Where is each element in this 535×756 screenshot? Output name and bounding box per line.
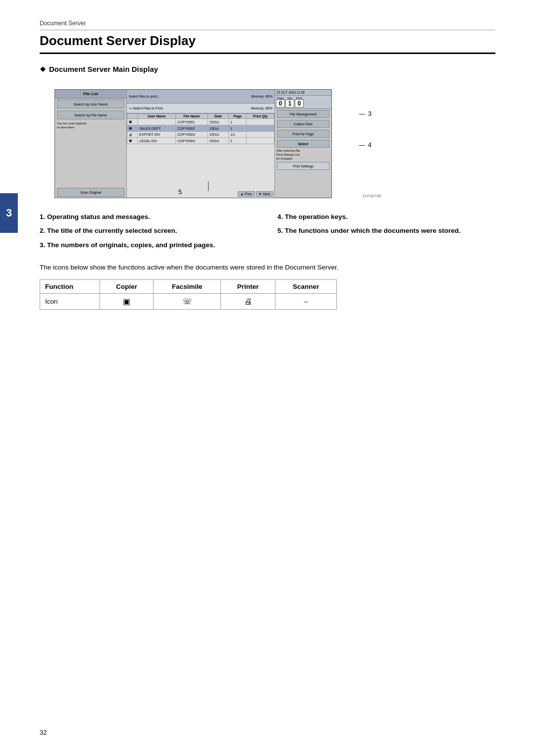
select-btn[interactable]: Select [277, 140, 329, 148]
col-function: Function [40, 280, 100, 294]
zl-label: ZLFS070E [363, 194, 381, 198]
desc-5: 5. The functions under which the documen… [277, 226, 495, 236]
scan-info-text: You can scan originalsto store them. [55, 120, 126, 131]
screen-mockup: File List Search by User Name Search by … [54, 89, 332, 198]
row-print [247, 119, 274, 125]
col-page: Page [228, 114, 246, 119]
file-table: User Name File Name Date Page Print Qty … [127, 113, 274, 144]
row-page: 1 [228, 138, 246, 144]
row-icon: ▣ [127, 125, 138, 132]
prev-btn[interactable]: ▲ Prev. [238, 191, 255, 197]
memory-label: Memory: 89% [251, 107, 272, 110]
copier-icon-cell: ▣ [100, 294, 154, 310]
breadcrumb: Document Server [40, 20, 495, 30]
row-page: 1 [228, 119, 246, 125]
scan-original-btn[interactable]: Scan Original [57, 188, 124, 197]
copier-icon: ▣ [123, 297, 130, 306]
table-row[interactable]: ▣ SALES DEPT COPY0002 15Oct. 1 [127, 125, 274, 132]
fax-icon: ☏ [182, 297, 192, 306]
status-numbers: Memory: 89% [251, 95, 272, 98]
col-print: Print Qty [247, 114, 274, 119]
row-print [247, 138, 274, 144]
select-files-label: ⇒ Select Files to Print [129, 107, 162, 110]
print-settings-btn[interactable]: Print Settings [277, 162, 329, 170]
col-facsimile: Facsimile [154, 280, 221, 294]
status-text: Select files to print... [129, 95, 160, 98]
row-print [247, 132, 274, 138]
chapter-tab: 3 [0, 193, 18, 233]
row-date: 15Oct. [208, 119, 228, 125]
row-date: 15Oct. [208, 132, 228, 138]
next-btn[interactable]: ▼ Next. [256, 191, 273, 197]
row-file: COPY0001 [175, 119, 208, 125]
search-file-btn[interactable]: Search by File Name [57, 110, 124, 119]
search-user-btn[interactable]: Search by User Name [57, 100, 124, 108]
diagram-num-3: — 3 [359, 110, 372, 117]
row-file: COPY0004 [175, 138, 208, 144]
scanner-icon-cell: -- [275, 294, 337, 310]
col-file: File Name [175, 114, 208, 119]
row-icon-label: Icon [40, 294, 100, 310]
diamond-icon: ❖ [40, 65, 46, 73]
col-checkbox [127, 114, 138, 119]
table-row[interactable]: ▣ COPY0001 15Oct. 1 [127, 119, 274, 125]
row-file: COPY0003 [175, 132, 208, 138]
nav-buttons: ▲ Prev. ▼ Next. [127, 190, 274, 198]
table-row[interactable]: ▣ LEGAL DIV COPY0004 15Oct. 1 [127, 138, 274, 144]
col-user: User Name [138, 114, 176, 119]
row-user: SALES DEPT [138, 125, 176, 132]
icons-table: Function Copier Facsimile Printer Scanne… [40, 279, 337, 310]
screen-left-panel: File List Search by User Name Search by … [55, 90, 127, 198]
diagram-num-5: 5 [178, 188, 182, 196]
row-date: 15Oct. [208, 138, 228, 144]
row-icon: ▣ [127, 119, 138, 125]
main-header-bar: ⇒ Select Files to Print Memory: 89% [127, 104, 274, 113]
page-number: 32 [40, 729, 47, 736]
row-print [247, 125, 274, 132]
icons-row: Icon ▣ ☏ 🖨 -- [40, 294, 337, 310]
chapter-number: 3 [6, 207, 12, 219]
row-icon: ▣ [127, 138, 138, 144]
row-icon: 🖨 [127, 132, 138, 138]
counter-row: Page 0 Qty 1 Print 0 [275, 96, 331, 109]
diagram-area: 1 2 File List Search by User Name Search… [54, 89, 381, 198]
col-printer: Printer [221, 280, 275, 294]
print-settings-info: After selecting file,Print Settings canb… [275, 149, 331, 161]
desc-3: 3. The numbers of originals, copies, and… [40, 240, 258, 250]
col-scanner: Scanner [275, 280, 337, 294]
col-copier: Copier [100, 280, 154, 294]
file-list-header: File List [55, 90, 126, 99]
desc-1: 1. Operating status and messages. [40, 212, 258, 222]
descriptions-section: 1. Operating status and messages. 4. The… [40, 212, 495, 250]
row-user: LEGAL DIV [138, 138, 176, 144]
printer-icon: 🖨 [244, 297, 252, 306]
icons-intro: The icons below show the functions activ… [40, 262, 495, 273]
diagram-num-4: — 4 [359, 141, 372, 149]
row-date: 15Oct. [208, 125, 228, 132]
col-date: Date [208, 114, 228, 119]
status-bar: Select files to print... Memory: 89% [127, 90, 274, 104]
page-title: Document Server Display [40, 33, 495, 54]
datetime-bar: 15 OCT 2003 11:26 [275, 90, 331, 96]
row-file: COPY0002 [175, 125, 208, 132]
row-page: 1/1 [228, 132, 246, 138]
section-title: ❖ Document Server Main Display [40, 65, 495, 73]
arrow-line-5 [208, 181, 209, 191]
desc-4: 4. The operation keys. [277, 212, 495, 222]
printer-icon-cell: 🖨 [221, 294, 275, 310]
print-page-btn[interactable]: Print for Page [277, 130, 329, 138]
icons-table-section: The icons below show the functions activ… [40, 262, 495, 310]
screen-main-panel: Select files to print... Memory: 89% ⇒ S… [127, 90, 274, 198]
row-user [138, 119, 176, 125]
row-user: EXPORT DIV [138, 132, 176, 138]
table-row[interactable]: 🖨 EXPORT DIV COPY0003 15Oct. 1/1 [127, 132, 274, 138]
collect-files-btn[interactable]: Collect Files [277, 120, 329, 128]
screen-right-panel: 15 OCT 2003 11:26 Page 0 Qty 1 Print [274, 90, 331, 198]
file-mgmt-btn[interactable]: File Management [277, 110, 329, 118]
row-page: 1 [228, 125, 246, 132]
fax-icon-cell: ☏ [154, 294, 221, 310]
desc-2: 2. The title of the currently selected s… [40, 226, 258, 236]
